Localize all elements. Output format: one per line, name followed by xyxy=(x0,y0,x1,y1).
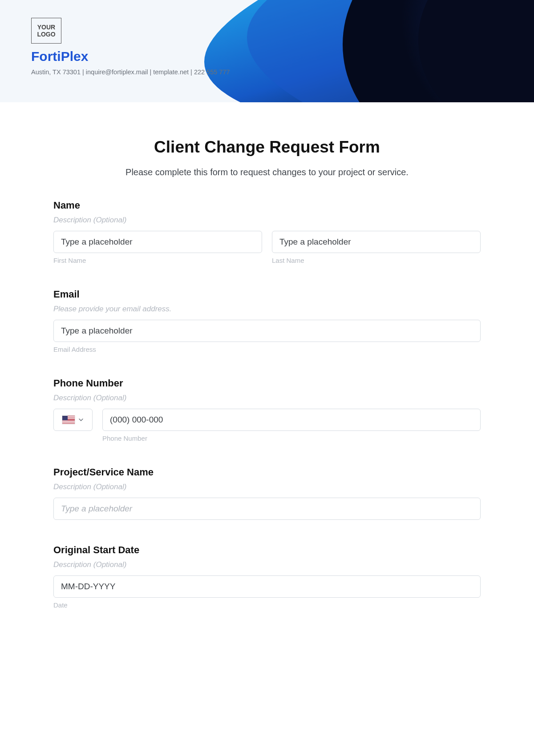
chevron-down-icon xyxy=(78,417,84,422)
startdate-description: Description (Optional) xyxy=(53,560,481,569)
last-name-input[interactable] xyxy=(272,231,481,253)
field-start-date: Original Start Date Description (Optiona… xyxy=(53,544,481,609)
email-input[interactable] xyxy=(53,320,481,342)
form-main: Client Change Request Form Please comple… xyxy=(0,102,534,651)
field-phone: Phone Number Description (Optional) Phon… xyxy=(53,378,481,442)
field-project: Project/Service Name Description (Option… xyxy=(53,466,481,520)
page-header: YOUR LOGO FortiPlex Austin, TX 73301 | i… xyxy=(0,0,534,102)
us-flag-icon xyxy=(62,416,75,424)
project-description: Description (Optional) xyxy=(53,483,481,491)
first-name-sublabel: First Name xyxy=(53,257,262,264)
name-label: Name xyxy=(53,200,481,211)
logo-placeholder: YOUR LOGO xyxy=(31,18,61,44)
phone-label: Phone Number xyxy=(53,378,481,389)
startdate-input[interactable] xyxy=(53,575,481,598)
form-subtitle: Please complete this form to request cha… xyxy=(53,167,481,177)
email-sublabel: Email Address xyxy=(53,346,481,353)
phone-description: Description (Optional) xyxy=(53,394,481,402)
email-label: Email xyxy=(53,289,481,300)
startdate-sublabel: Date xyxy=(53,601,481,609)
field-email: Email Please provide your email address.… xyxy=(53,289,481,353)
country-code-selector[interactable] xyxy=(53,409,93,431)
brand-name: FortiPlex xyxy=(31,49,534,64)
field-name: Name Description (Optional) First Name L… xyxy=(53,200,481,264)
startdate-label: Original Start Date xyxy=(53,544,481,556)
email-description: Please provide your email address. xyxy=(53,305,481,314)
first-name-input[interactable] xyxy=(53,231,262,253)
project-input[interactable] xyxy=(53,498,481,520)
project-label: Project/Service Name xyxy=(53,466,481,478)
phone-sublabel: Phone Number xyxy=(102,434,481,442)
last-name-sublabel: Last Name xyxy=(272,257,481,264)
phone-input[interactable] xyxy=(102,409,481,431)
name-description: Description (Optional) xyxy=(53,216,481,225)
contact-info: Austin, TX 73301 | inquire@fortiplex.mai… xyxy=(31,68,534,76)
form-title: Client Change Request Form xyxy=(53,138,481,157)
